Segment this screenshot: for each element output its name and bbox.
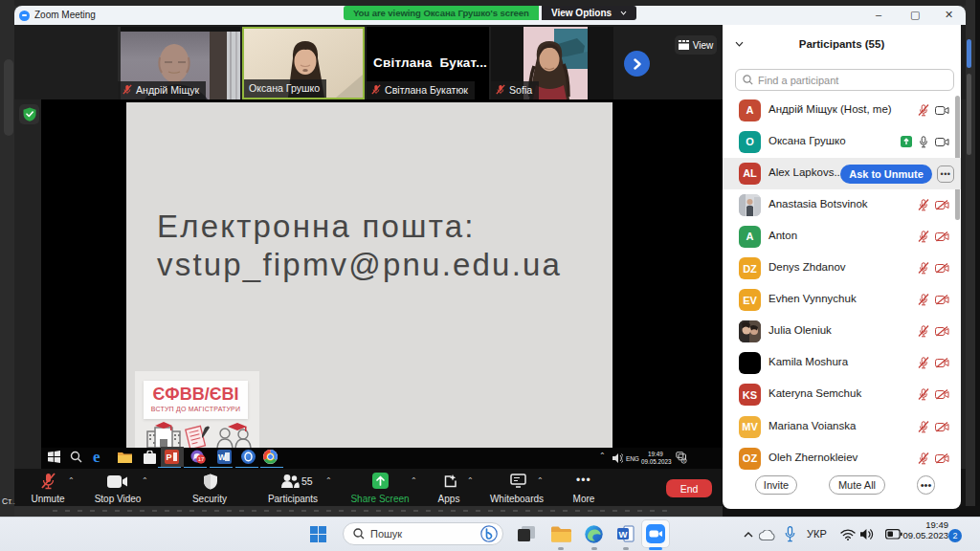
svg-text:W: W	[619, 529, 628, 540]
svg-text:W: W	[218, 452, 227, 462]
svg-text:17: 17	[198, 456, 205, 462]
svg-text:P: P	[166, 452, 171, 462]
